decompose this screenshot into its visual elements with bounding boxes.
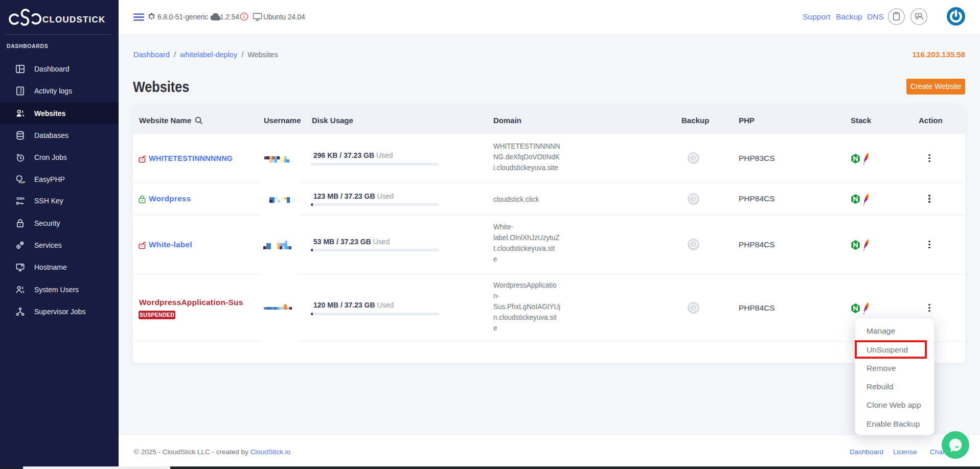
svg-text:CLOUDSTICK: CLOUDSTICK bbox=[42, 15, 105, 25]
svg-text:PHP: PHP bbox=[19, 180, 25, 184]
svg-text:SSH: SSH bbox=[16, 196, 25, 201]
